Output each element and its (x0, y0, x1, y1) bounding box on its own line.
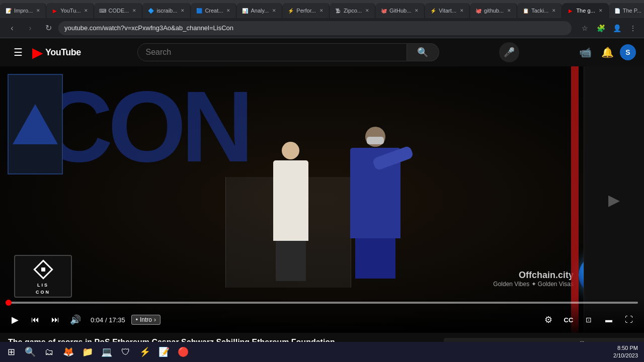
clock-time: 8:50 PM (613, 344, 638, 352)
defender-icon[interactable]: 🛡 (117, 343, 135, 361)
forward-button[interactable]: › (22, 20, 38, 36)
tab-favicon: 📄 (614, 7, 621, 14)
tab-label: iscraib... (156, 8, 177, 14)
tab-close[interactable]: ✕ (83, 7, 90, 14)
settings-icon[interactable]: ⋮ (626, 21, 640, 35)
tab-label: CODE... (108, 8, 129, 14)
video-controls: ▶ ⏮ ⏭ 🔊 0:04 / 17:35 • Intro › ⚙ CC ⊡ (0, 298, 644, 333)
vscode-icon[interactable]: 💻 (98, 343, 116, 361)
tab-favicon: ▶ (567, 7, 574, 14)
search-input[interactable] (137, 43, 407, 61)
create-video-icon[interactable]: 📹 (576, 42, 596, 62)
fullscreen-button[interactable]: ⛶ (620, 311, 638, 329)
file-explorer-icon[interactable]: 📁 (78, 343, 97, 361)
tab-close[interactable]: ✕ (550, 7, 557, 14)
tab-close[interactable]: ✕ (413, 7, 420, 14)
tab-impro[interactable]: 📝 Impro... ✕ (0, 3, 46, 18)
tab-perfor[interactable]: ⚡ Perfor... ✕ (282, 3, 330, 18)
tab-tacki[interactable]: 📋 Tacki... ✕ (517, 3, 562, 18)
current-time: 0:04 (91, 316, 103, 324)
tab-close[interactable]: ✕ (179, 7, 186, 14)
mic-button[interactable]: 🎤 (499, 42, 519, 62)
start-button[interactable]: ⊞ (2, 343, 20, 361)
tab-close[interactable]: ✕ (271, 7, 278, 14)
back-button[interactable]: ‹ (4, 20, 20, 36)
video-frame[interactable]: CON (0, 66, 644, 333)
tab-favicon: 🐙 (380, 7, 387, 14)
tab-label: Perfor... (296, 8, 316, 14)
tab-label: github... (484, 8, 504, 14)
red-accent (571, 66, 579, 333)
tab-label: The g... (576, 8, 595, 14)
next-button[interactable]: ⏭ (46, 311, 64, 329)
tab-label: Zipco... (344, 8, 362, 14)
tab-favicon: 📝 (5, 7, 12, 14)
nav-icons: ☆ 🧩 👤 ⋮ (578, 21, 640, 35)
tab-vitart[interactable]: ⚡ Vitart... ✕ (425, 3, 470, 18)
total-time: 17:35 (109, 316, 125, 324)
tab-favicon: 🟦 (196, 7, 203, 14)
tab-github1[interactable]: 🐙 GitHub... ✕ (375, 3, 425, 18)
address-bar[interactable]: youtube.com/watch?v=xcPxwfng3Ao&ab_chann… (58, 21, 572, 35)
tab-bar: 📝 Impro... ✕ ▶ YouTu... ✕ ⌨ CODE... ✕ 🔷 … (0, 0, 644, 18)
tab-iscraib[interactable]: 🔷 iscraib... ✕ (142, 3, 191, 18)
tab-close[interactable]: ✕ (225, 7, 232, 14)
firefox-icon[interactable]: 🦊 (59, 343, 77, 361)
bookmark-icon[interactable]: ☆ (578, 21, 592, 35)
volume-button[interactable]: 🔊 (66, 311, 85, 329)
youtube-header: ☰ ▶ YouTube 🔍 🎤 📹 🔔 S (0, 38, 644, 66)
tab-the-game[interactable]: ▶ The g... ✕ (562, 3, 608, 18)
con-text: CON (36, 290, 50, 295)
tab-favicon: 📊 (242, 7, 249, 14)
tab-the-p[interactable]: 📄 The P... ✕ (609, 3, 644, 18)
miniplayer-button[interactable]: ⊡ (580, 311, 598, 329)
tab-label: GitHub... (389, 8, 411, 14)
tab-label: The P... (623, 8, 641, 14)
search-button[interactable]: 🔍 (407, 43, 439, 61)
liscon-logo: LIS CON (14, 255, 72, 298)
search-taskbar-button[interactable]: 🔍 (21, 343, 39, 361)
profile-icon[interactable]: 👤 (610, 21, 624, 35)
tab-close[interactable]: ✕ (318, 7, 325, 14)
settings-button[interactable]: ⚙ (539, 311, 557, 329)
offchain-text: Offchain.city (493, 270, 574, 281)
progress-dot (6, 300, 12, 306)
tab-close[interactable]: ✕ (131, 7, 138, 14)
youtube-logo[interactable]: ▶ YouTube (32, 44, 81, 61)
notepad-icon[interactable]: 📝 (155, 343, 173, 361)
offchain-tagline: Golden Vibes ✦ Golden Visas (493, 281, 574, 288)
tab-github2[interactable]: 🐙 github... ✕ (470, 3, 517, 18)
tab-creat[interactable]: 🟦 Creat... ✕ (191, 3, 236, 18)
prev-button[interactable]: ⏮ (26, 311, 44, 329)
tab-favicon: ▶ (51, 7, 58, 14)
progress-fill (6, 302, 9, 304)
extensions-icon[interactable]: 🧩 (594, 21, 608, 35)
tab-close[interactable]: ✕ (35, 7, 42, 14)
chapter-nav[interactable]: • Intro › (131, 315, 160, 325)
tab-close[interactable]: ✕ (458, 7, 465, 14)
app-icon-red[interactable]: 🔴 (174, 343, 192, 361)
menu-icon[interactable]: ☰ (8, 42, 28, 62)
tab-code[interactable]: ⌨ CODE... ✕ (94, 3, 142, 18)
triangle-shape (13, 104, 58, 144)
user-avatar[interactable]: S (620, 44, 636, 60)
notifications-icon[interactable]: 🔔 (598, 42, 618, 62)
theater-button[interactable]: ▬ (600, 311, 618, 329)
tab-close[interactable]: ✕ (364, 7, 371, 14)
system-clock: 8:50 PM 2/10/2023 (613, 344, 642, 360)
tab-zipco[interactable]: 🗜 Zipco... ✕ (330, 3, 375, 18)
play-button[interactable]: ▶ (6, 311, 24, 329)
time-display: 0:04 / 17:35 (91, 316, 125, 324)
progress-bar[interactable] (6, 302, 638, 304)
tab-youtube[interactable]: ▶ YouTu... ✕ (46, 3, 94, 18)
tab-analy[interactable]: 📊 Analy... ✕ (236, 3, 282, 18)
tab-close[interactable]: ✕ (506, 7, 513, 14)
tab-close[interactable]: ✕ (597, 7, 604, 14)
navigation-bar: ‹ › ↻ youtube.com/watch?v=xcPxwfng3Ao&ab… (0, 18, 644, 38)
cc-button[interactable]: CC (559, 311, 578, 329)
person-right (348, 127, 403, 273)
reload-button[interactable]: ↻ (40, 20, 56, 36)
tab-favicon: 🔷 (147, 7, 154, 14)
task-view-button[interactable]: 🗂 (40, 343, 58, 361)
powershell-icon[interactable]: ⚡ (136, 343, 154, 361)
